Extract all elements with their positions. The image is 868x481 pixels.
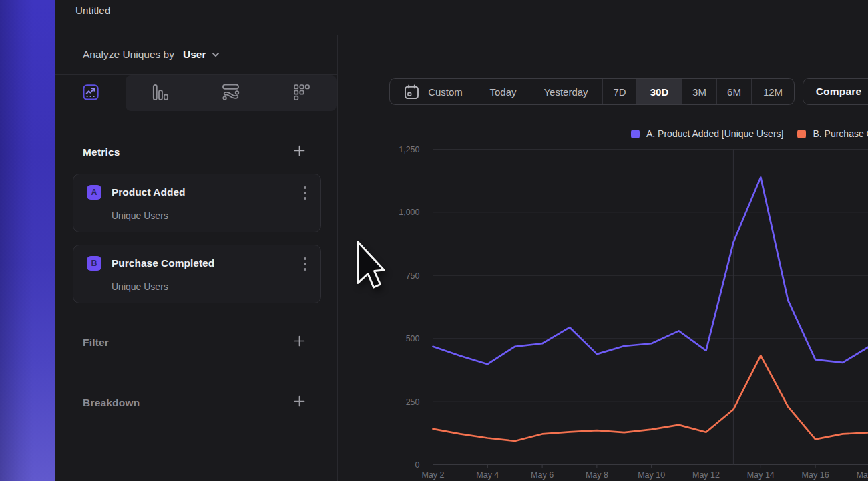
x-axis-label: May 2 (421, 470, 444, 480)
y-axis-label: 0 (415, 460, 420, 470)
y-axis-label: 750 (406, 271, 420, 281)
chart-panel: Custom Today Yesterday 7D 30D 3M 6M 12M … (339, 35, 868, 481)
x-axis-label: May 16 (802, 470, 829, 480)
flows-icon (222, 84, 240, 104)
metric-card-a[interactable]: A Product Added Unique Users (73, 174, 321, 232)
x-axis-label: May 14 (747, 470, 775, 480)
chart-type-tabstrip (55, 75, 337, 112)
metric-b-kebab-menu-icon[interactable] (303, 257, 307, 271)
query-builder-sidebar: Analyze Uniques by User (55, 35, 338, 481)
series-line-a (433, 177, 868, 364)
filter-section-header: Filter (83, 335, 305, 349)
y-axis-label: 1,250 (399, 145, 419, 154)
metric-card-b[interactable]: B Purchase Completed Unique Users (73, 245, 321, 303)
analyze-row: Analyze Uniques by User (55, 35, 337, 75)
tab-flows[interactable] (196, 75, 266, 111)
chevron-down-icon[interactable] (212, 52, 220, 57)
analyze-entity-dropdown[interactable]: User (183, 49, 206, 61)
analyze-label: Analyze Uniques by (83, 49, 174, 61)
tab-bar-chart[interactable] (126, 75, 196, 111)
series-line-b (433, 355, 868, 441)
chart-type-tabgroup (126, 75, 337, 111)
report-title[interactable]: Untitled (75, 5, 110, 16)
chart-svg: 02505007501,0001,250May 2May 4May 6May 8… (339, 35, 868, 481)
add-filter-button[interactable] (294, 335, 305, 349)
add-metric-button[interactable] (294, 145, 305, 159)
analytics-app-window: Untitled Analyze Uniques by User (0, 0, 868, 481)
metric-a-subtitle[interactable]: Unique Users (112, 210, 168, 221)
metric-a-kebab-menu-icon[interactable] (303, 186, 307, 200)
x-axis-label: May 4 (476, 470, 499, 480)
metric-b-subtitle[interactable]: Unique Users (112, 281, 168, 292)
tab-insights-line[interactable] (55, 75, 126, 112)
breakdown-section-header: Breakdown (83, 395, 305, 410)
metric-a-badge: A (87, 185, 101, 200)
y-axis-label: 500 (406, 334, 420, 343)
metrics-header: Metrics (83, 145, 305, 159)
top-bar: Untitled (55, 0, 868, 35)
y-axis-label: 1,000 (399, 208, 419, 217)
metrics-title: Metrics (83, 146, 120, 158)
insights-line-icon (83, 84, 99, 103)
left-gradient-strip (0, 0, 55, 481)
x-axis-label: May 6 (531, 470, 554, 480)
filter-title: Filter (83, 337, 109, 349)
bar-chart-icon (152, 84, 168, 103)
x-axis-label: May 10 (638, 470, 665, 480)
y-axis-label: 250 (406, 397, 420, 407)
metric-b-name[interactable]: Purchase Completed (112, 257, 214, 269)
retention-grid-icon (294, 84, 310, 103)
tab-retention[interactable] (266, 75, 337, 111)
breakdown-title: Breakdown (83, 397, 140, 409)
metric-b-badge: B (87, 256, 101, 271)
x-axis-label: May 8 (586, 470, 608, 480)
add-breakdown-button[interactable] (294, 395, 305, 410)
x-axis-label: May 18 (856, 470, 868, 480)
metric-a-name[interactable]: Product Added (112, 186, 186, 198)
x-axis-label: May 12 (692, 470, 720, 480)
